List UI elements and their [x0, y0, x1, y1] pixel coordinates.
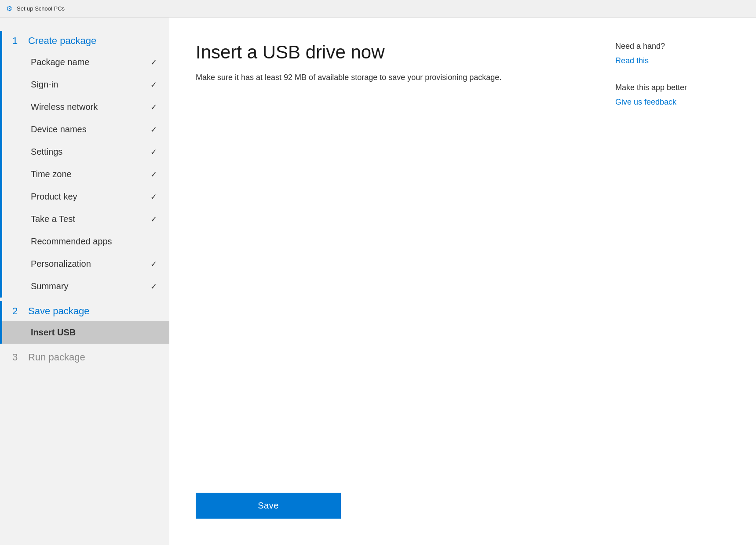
section-title-run-package: Run package — [28, 352, 85, 363]
check-icon-sign-in: ✓ — [150, 80, 157, 90]
nav-item-package-name[interactable]: Package name ✓ — [0, 51, 169, 73]
nav-item-wireless-network[interactable]: Wireless network ✓ — [0, 96, 169, 118]
section-number-2: 2 — [12, 305, 21, 317]
side-panel-help: Need a hand? Read this — [615, 42, 730, 65]
check-icon-take-a-test: ✓ — [150, 214, 157, 224]
nav-item-label: Summary — [31, 281, 69, 291]
check-icon-personalization: ✓ — [150, 259, 157, 269]
section-header-create-package[interactable]: 1 Create package — [0, 31, 169, 51]
read-this-link[interactable]: Read this — [615, 56, 649, 65]
nav-item-device-names[interactable]: Device names ✓ — [0, 118, 169, 141]
nav-item-label: Insert USB — [31, 327, 76, 338]
nav-item-label: Recommended apps — [31, 236, 112, 247]
title-bar: ⚙ Set up School PCs — [0, 0, 756, 18]
check-icon-summary: ✓ — [150, 282, 157, 291]
app-body: 1 Create package Package name ✓ Sign-in … — [0, 18, 756, 545]
check-icon-package-name: ✓ — [150, 58, 157, 67]
section-title-create-package: Create package — [28, 35, 96, 47]
side-panel: Need a hand? Read this Make this app bet… — [615, 42, 730, 124]
section-number-3: 3 — [12, 352, 21, 363]
side-panel-feedback-heading: Make this app better — [615, 83, 730, 92]
nav-item-settings[interactable]: Settings ✓ — [0, 141, 169, 163]
section-header-save-package[interactable]: 2 Save package — [0, 301, 169, 321]
nav-item-label: Device names — [31, 124, 87, 134]
nav-item-insert-usb[interactable]: Insert USB — [0, 321, 169, 344]
nav-item-label: Product key — [31, 192, 77, 202]
main-description: Make sure it has at least 92 MB of avail… — [196, 72, 504, 84]
nav-item-label: Wireless network — [31, 102, 98, 112]
nav-item-product-key[interactable]: Product key ✓ — [0, 185, 169, 208]
nav-item-summary[interactable]: Summary ✓ — [0, 275, 169, 298]
section-save-package: 2 Save package Insert USB — [0, 301, 169, 344]
nav-item-label: Package name — [31, 57, 89, 67]
nav-item-time-zone[interactable]: Time zone ✓ — [0, 163, 169, 185]
check-icon-wireless-network: ✓ — [150, 102, 157, 112]
check-icon-settings: ✓ — [150, 147, 157, 157]
nav-item-sign-in[interactable]: Sign-in ✓ — [0, 73, 169, 96]
check-icon-product-key: ✓ — [150, 192, 157, 202]
app-icon: ⚙ — [5, 5, 13, 13]
nav-item-label: Personalization — [31, 259, 91, 269]
side-panel-feedback: Make this app better Give us feedback — [615, 83, 730, 107]
nav-item-take-a-test[interactable]: Take a Test ✓ — [0, 208, 169, 230]
check-icon-device-names: ✓ — [150, 125, 157, 134]
nav-item-label: Take a Test — [31, 214, 75, 224]
save-button-area: Save — [196, 493, 341, 519]
section-number-1: 1 — [12, 35, 21, 47]
nav-item-recommended-apps[interactable]: Recommended apps — [0, 230, 169, 253]
nav-item-label: Time zone — [31, 169, 72, 179]
side-panel-help-heading: Need a hand? — [615, 42, 730, 51]
section-header-run-package: 3 Run package — [0, 347, 169, 367]
nav-item-personalization[interactable]: Personalization ✓ — [0, 253, 169, 275]
title-bar-text: Set up School PCs — [17, 5, 65, 12]
nav-item-label: Settings — [31, 147, 62, 157]
save-button[interactable]: Save — [196, 493, 341, 519]
section-title-save-package: Save package — [28, 305, 89, 317]
check-icon-time-zone: ✓ — [150, 170, 157, 179]
main-content: Insert a USB drive now Make sure it has … — [169, 18, 756, 545]
nav-item-label: Sign-in — [31, 80, 58, 90]
sidebar: 1 Create package Package name ✓ Sign-in … — [0, 18, 169, 545]
section-run-package: 3 Run package — [0, 347, 169, 367]
feedback-link[interactable]: Give us feedback — [615, 98, 676, 106]
section-create-package: 1 Create package Package name ✓ Sign-in … — [0, 31, 169, 298]
